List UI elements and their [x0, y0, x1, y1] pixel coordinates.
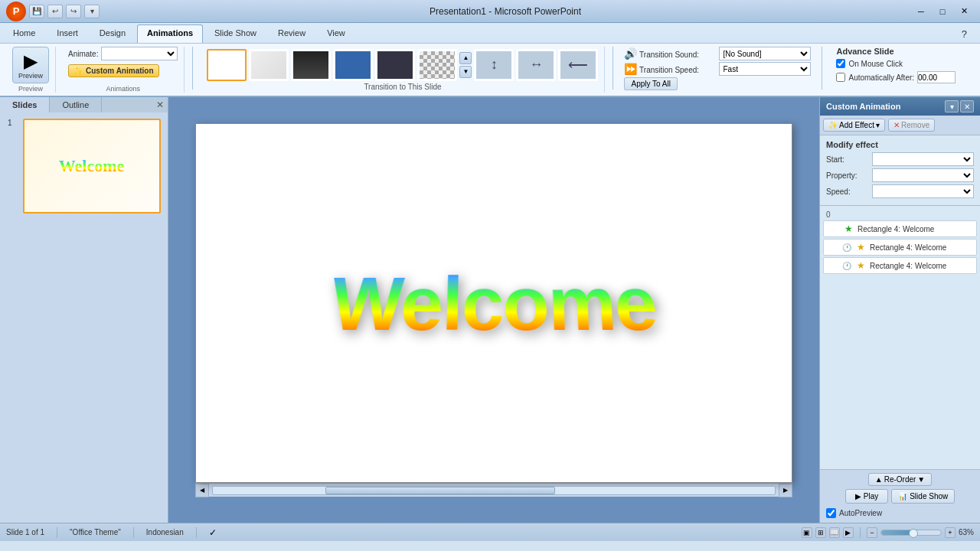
- transition-nav-down[interactable]: ▼: [459, 66, 472, 78]
- transition-label: Transition to This Slide: [207, 81, 598, 91]
- tab-help[interactable]: ?: [952, 24, 977, 43]
- zoom-percent: 63%: [959, 528, 974, 536]
- tab-animations[interactable]: Animations: [137, 24, 203, 43]
- reading-view-button[interactable]: 📖: [829, 527, 840, 538]
- animation-item-1[interactable]: ★ Rectangle 4: Welcome: [823, 220, 977, 237]
- property-label: Property:: [826, 171, 872, 180]
- animate-select[interactable]: [101, 47, 178, 60]
- normal-view-button[interactable]: ▣: [802, 527, 812, 538]
- scroll-left-arrow[interactable]: ◀: [195, 484, 209, 497]
- transition-6[interactable]: ↕: [474, 49, 514, 81]
- slides-tab-outline[interactable]: Outline: [50, 97, 102, 112]
- add-effect-button[interactable]: ✨ Add Effect ▾: [823, 119, 885, 132]
- remove-button[interactable]: ✕ Remove: [888, 119, 935, 132]
- slide-thumbnail[interactable]: Welcome: [23, 119, 161, 214]
- close-button[interactable]: ✕: [954, 4, 974, 19]
- transition-settings-group: 🔊 Transition Sound: [No Sound] ⏩ Transit…: [621, 47, 814, 93]
- transitions-inner: ▲ ▼ ↕ ↔: [207, 49, 598, 91]
- auto-after-input[interactable]: [917, 71, 956, 83]
- on-mouse-click-label: On Mouse Click: [848, 60, 903, 68]
- auto-preview-label: AutoPreview: [839, 509, 882, 517]
- animation-item-3[interactable]: 🕐 ★ Rectangle 4: Welcome: [823, 257, 977, 274]
- auto-after-checkbox[interactable]: [836, 73, 845, 82]
- transition-5[interactable]: [417, 49, 457, 81]
- anim-item-text-3: Rectangle 4: Welcome: [870, 262, 973, 270]
- close-panel-button[interactable]: ✕: [152, 97, 168, 112]
- slide-sorter-button[interactable]: ⊞: [815, 527, 826, 538]
- add-effect-label: Add Effect: [839, 121, 874, 129]
- ribbon: Home Insert Design Animations Slide Show…: [0, 23, 980, 97]
- transition-speed-select[interactable]: Fast: [719, 62, 811, 76]
- remove-label: Remove: [901, 121, 929, 129]
- transition-sound-select[interactable]: [No Sound]: [719, 47, 811, 60]
- maximize-button[interactable]: □: [933, 4, 952, 19]
- save-icon[interactable]: 💾: [29, 5, 44, 18]
- property-select[interactable]: [872, 168, 974, 182]
- auto-preview-row: AutoPreview: [823, 507, 977, 520]
- slideshow-label: Slide Show: [910, 492, 948, 500]
- ribbon-group-preview: ▶ Preview Preview: [6, 47, 56, 93]
- tab-insert[interactable]: Insert: [47, 24, 88, 43]
- tab-slideshow[interactable]: Slide Show: [204, 24, 266, 43]
- speed-select[interactable]: [872, 184, 974, 198]
- customize-icon[interactable]: ▾: [84, 5, 100, 18]
- redo-icon[interactable]: ↪: [66, 5, 81, 18]
- reorder-up-button[interactable]: ▲ Re-Order ▼: [868, 473, 933, 486]
- panel-close-button[interactable]: ✕: [960, 100, 974, 112]
- custom-animation-button[interactable]: ✨ Custom Animation: [68, 64, 159, 77]
- transition-4-inner: [377, 51, 413, 79]
- horizontal-scrollbar: ◀ ▶: [195, 483, 792, 497]
- slides-tab-slides[interactable]: Slides: [0, 97, 50, 112]
- auto-after-row: Automatically After:: [836, 71, 956, 83]
- remove-icon: ✕: [893, 121, 900, 129]
- preview-button[interactable]: ▶ Preview: [12, 47, 49, 83]
- start-row: Start:: [826, 152, 974, 166]
- title-bar: P 💾 ↩ ↪ ▾ Presentation1 - Microsoft Powe…: [0, 0, 980, 23]
- zoom-handle[interactable]: [909, 529, 918, 538]
- slides-content: 1 Welcome: [0, 112, 168, 523]
- green-star-icon: ★: [844, 223, 853, 234]
- add-effect-arrow: ▾: [876, 121, 880, 129]
- transition-3[interactable]: [333, 49, 373, 81]
- on-mouse-click-checkbox[interactable]: [836, 59, 845, 68]
- transition-none[interactable]: [207, 49, 247, 81]
- minimize-button[interactable]: ─: [911, 4, 931, 19]
- slideshow-view-button[interactable]: ▶: [843, 527, 854, 538]
- play-button[interactable]: ▶ Play: [845, 489, 888, 504]
- transition-8[interactable]: ⟵: [558, 49, 598, 81]
- start-label: Start:: [826, 155, 872, 164]
- scroll-thumb[interactable]: [325, 487, 555, 494]
- zoom-in-button[interactable]: +: [945, 527, 956, 538]
- ribbon-group-animations: Animate: ✨ Custom Animation Animations: [62, 47, 185, 93]
- play-label: Play: [864, 492, 878, 500]
- animations-group-label: Animations: [106, 85, 140, 93]
- transition-4[interactable]: [375, 49, 415, 81]
- status-sep-3: [196, 527, 197, 538]
- zoom-slider[interactable]: [880, 530, 942, 536]
- slideshow-button[interactable]: 📊 Slide Show: [891, 489, 955, 504]
- transition-1[interactable]: [249, 49, 289, 81]
- animation-item-2[interactable]: 🕐 ★ Rectangle 4: Welcome: [823, 239, 977, 256]
- transition-2[interactable]: [291, 49, 331, 81]
- tab-review[interactable]: Review: [268, 24, 315, 43]
- scroll-right-arrow[interactable]: ▶: [779, 484, 792, 497]
- tab-view[interactable]: View: [317, 24, 355, 43]
- status-bar: Slide 1 of 1 "Office Theme" Indonesian ✓…: [0, 523, 980, 541]
- auto-preview-checkbox[interactable]: [826, 508, 836, 518]
- tab-home[interactable]: Home: [3, 24, 45, 43]
- zoom-out-button[interactable]: −: [867, 527, 877, 538]
- transition-nav-up[interactable]: ▲: [459, 52, 472, 64]
- start-select[interactable]: [872, 152, 974, 166]
- speed-icon: ⏩: [624, 63, 637, 75]
- apply-all-row: Apply To All: [624, 77, 811, 90]
- transition-2-inner: [293, 51, 328, 79]
- transition-7[interactable]: ↔: [516, 49, 556, 81]
- ribbon-content: ▶ Preview Preview Animate: ✨ Custom Anim: [0, 43, 980, 96]
- zoom-controls: − + 63%: [867, 527, 974, 538]
- panel-collapse-button[interactable]: ▾: [945, 100, 959, 112]
- undo-icon[interactable]: ↩: [47, 5, 63, 18]
- apply-all-button[interactable]: Apply To All: [624, 77, 678, 90]
- tab-design[interactable]: Design: [90, 24, 136, 43]
- scroll-track[interactable]: [212, 486, 776, 495]
- slide-canvas[interactable]: Welcome: [195, 123, 792, 483]
